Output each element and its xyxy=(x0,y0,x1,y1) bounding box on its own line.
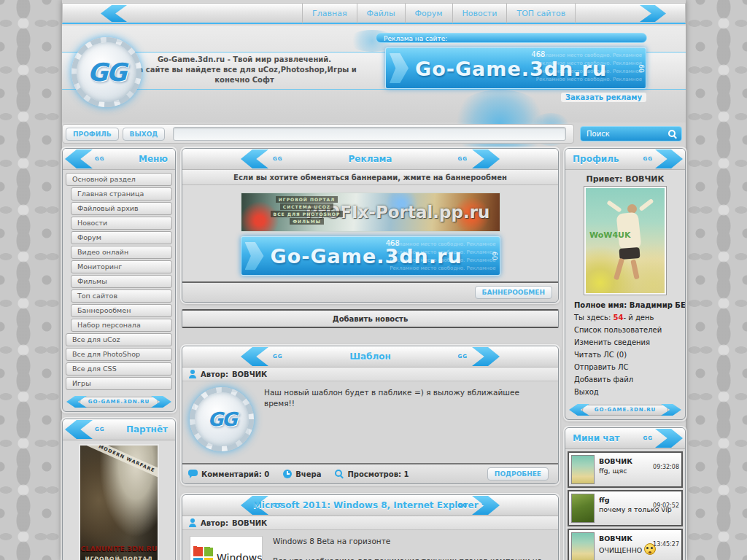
menu-item-ucoz[interactable]: Все для uCoz xyxy=(66,333,172,346)
profile-full-name: Полное имя: Владимир БЕЛЯЕВ xyxy=(565,299,685,311)
menu-item-news[interactable]: Новости xyxy=(71,217,172,230)
profile-link-add-file[interactable]: Добавить файл xyxy=(565,373,685,386)
tagline-line: Go-Game.3dn.ru - Твой мир развлечений. xyxy=(131,55,357,65)
profile-link-read-pm[interactable]: Читать ЛС (0) xyxy=(565,349,685,361)
chevron-left-icon xyxy=(65,149,93,168)
ad-zone-label: Реклама на сайте: xyxy=(376,33,647,43)
menu-item-main-section[interactable]: Основной раздел xyxy=(66,173,172,186)
nav-tab-home[interactable]: Главная xyxy=(302,4,357,23)
profile-link-logout[interactable]: Выход xyxy=(565,386,685,398)
profile-days-counter: Ты здесь: 54- й день xyxy=(565,311,685,324)
post-header: GG Шаблон GG xyxy=(182,346,558,368)
author-name[interactable]: ВОВЧИК xyxy=(232,519,267,527)
menu-item-recruitment[interactable]: Набор персонала xyxy=(71,319,172,332)
poster-top-text: MODERN WARFARE xyxy=(84,444,159,481)
logout-button[interactable]: ВЫХОД xyxy=(123,128,166,141)
menu-item-file-archive[interactable]: Файловый архив xyxy=(71,202,172,215)
banner-exchange-note: Если вы хотите обменяться баннерами, жми… xyxy=(182,170,558,185)
news-post-template: GG Шаблон GG Автор: ВОВЧИК GG xyxy=(182,346,559,484)
profile-button[interactable]: ПРОФИЛЬ xyxy=(66,128,119,141)
menu-item-forum[interactable]: Форум xyxy=(71,231,172,244)
chevron-right-icon xyxy=(655,149,683,168)
chevron-right-icon xyxy=(472,347,500,366)
chat-message: ВОВЧИКffg, щяс 09:32:08 xyxy=(568,451,683,488)
user-icon xyxy=(188,518,197,527)
chat-username[interactable]: ВОВЧИК xyxy=(599,456,632,466)
menu-item-video-online[interactable]: Видео онлайн xyxy=(71,246,172,259)
menu-item-games[interactable]: Игры xyxy=(66,377,172,390)
menu-item-homepage[interactable]: Главная страница xyxy=(71,187,172,201)
chevron-left-icon xyxy=(65,420,93,439)
chevron-left-icon xyxy=(241,149,268,168)
chat-username[interactable]: ВОВЧИК xyxy=(599,534,656,543)
search-box[interactable] xyxy=(580,126,682,141)
windows8-image: Windows 8 xyxy=(190,536,263,560)
comments-icon xyxy=(188,470,198,478)
windows8-image-caption: Windows 8 xyxy=(217,553,263,560)
profile-footer-ribbon[interactable]: GO-GAME.3DN.RU xyxy=(569,404,681,416)
ads-block-footer: БАННЕРООБМЕН xyxy=(182,281,558,302)
menu-item-banner-exchange[interactable]: Баннерообмен xyxy=(71,304,172,317)
menu-title: Меню xyxy=(139,154,168,164)
nav-tab-files[interactable]: Файлы xyxy=(357,4,405,23)
profile-link-user-list[interactable]: Список пользователей xyxy=(565,324,685,336)
chevron-left-icon xyxy=(241,347,268,366)
menu-block-header: GG Меню xyxy=(63,149,175,170)
menu-list: Основной раздел Главная страница Файловы… xyxy=(63,170,175,393)
chat-avatar xyxy=(571,494,595,523)
author-name[interactable]: ВОВЧИК xyxy=(232,370,267,378)
search-input[interactable] xyxy=(585,129,668,139)
post-thumbnail-logo: GG xyxy=(190,387,254,451)
profix-banner-lines: ИГРОВОЙ ПОРТАЛ СИСТЕМА UCOZ ВСЕ ДЛЯ PHOT… xyxy=(263,196,351,225)
post-title[interactable]: Microsoft 2011: Windows 8, Internet Expl… xyxy=(253,500,487,510)
banner-exchange-button[interactable]: БАННЕРООБМЕН xyxy=(475,286,552,299)
minichat-title: Мини чат xyxy=(573,433,620,443)
site-logo[interactable]: GG xyxy=(71,37,142,107)
minichat-header: Мини чат GG xyxy=(565,428,685,449)
order-ad-link[interactable]: Заказать рекламу xyxy=(561,93,646,102)
site-header: GG Go-Game.3dn.ru - Твой мир развлечений… xyxy=(62,26,686,122)
search-icon[interactable] xyxy=(668,130,677,139)
nav-tab-news[interactable]: Новости xyxy=(452,4,507,23)
nav-tab-top-sites[interactable]: ТОП сайтов xyxy=(506,4,576,23)
menu-item-top-sites[interactable]: Топ сайтов xyxy=(71,289,172,303)
profile-link-send-pm[interactable]: Отправить ЛС xyxy=(565,361,685,373)
nav-tab-forum[interactable]: Форум xyxy=(405,4,452,23)
gg-badge: GG xyxy=(643,435,654,441)
post-text: Наш новый шаблон будет в паблике =) я вы… xyxy=(264,387,551,457)
profix-portal-banner[interactable]: PrOFIx-Portal.pp.ru ИГРОВОЙ ПОРТАЛ СИСТЕ… xyxy=(241,192,500,232)
chevron-right-icon xyxy=(655,429,683,448)
gg-badge: GG xyxy=(273,156,283,162)
tagline-line: На сайте вы найдете все для uCoz,Photosh… xyxy=(131,65,357,75)
menu-item-films[interactable]: Фильмы xyxy=(71,275,172,288)
profile-link-edit-info[interactable]: Изменить сведения xyxy=(565,336,685,349)
menu-item-css[interactable]: Все для CSS xyxy=(66,362,172,376)
post-title[interactable]: Шаблон xyxy=(349,351,391,362)
ads-block-header: GG Реклама GG xyxy=(182,149,558,170)
profile-block: Профиль GG Привет: ВОВЧИК WoW4UK xyxy=(565,148,686,420)
user-bar-track xyxy=(173,127,566,141)
center-ad-banner[interactable]: Go-Game.3dn.ru 468 60 Рекламное место св… xyxy=(241,236,500,276)
chevron-right-icon xyxy=(472,149,500,168)
add-news-bar[interactable]: Добавить новость xyxy=(182,309,559,328)
site-tagline: Go-Game.3dn.ru - Твой мир развлечений. Н… xyxy=(131,55,357,85)
menu-footer-ribbon[interactable]: GO-GAME.3DN.RU xyxy=(66,396,171,408)
profile-block-header: Профиль GG xyxy=(565,149,685,170)
comments-count[interactable]: Комментарий: 0 xyxy=(201,470,269,478)
read-more-button[interactable]: ПОДРОБНЕЕ xyxy=(487,467,549,481)
menu-item-photoshop[interactable]: Все для PhotoShop xyxy=(66,348,172,361)
header-ad-banner[interactable]: Go-Game.3dn.ru 468 60 Рекламное место св… xyxy=(385,47,646,89)
post-author-row: Автор: ВОВЧИК xyxy=(182,516,558,530)
menu-item-monitoring[interactable]: Мониторинг xyxy=(71,260,172,273)
gg-badge: GG xyxy=(458,354,468,359)
author-label: Автор: xyxy=(201,519,228,527)
ads-block: GG Реклама GG Если вы хотите обменяться … xyxy=(182,148,559,303)
chat-avatar xyxy=(571,455,595,484)
post-text: Windows 8 Beta на горизонте Все что необ… xyxy=(273,536,551,560)
author-label: Автор: xyxy=(201,370,228,378)
right-sidebar: Профиль GG Привет: ВОВЧИК WoW4UK xyxy=(565,148,686,560)
partner-banner[interactable]: MODERN WARFARE CLANUNITE.3DN.RU ИГРОВОЙ … xyxy=(79,444,159,560)
user-bar: ПРОФИЛЬ ВЫХОД xyxy=(62,124,686,144)
left-sidebar: GG Меню Основной раздел Главная страница… xyxy=(62,148,176,560)
views-count: Просмотров: 1 xyxy=(347,470,409,478)
